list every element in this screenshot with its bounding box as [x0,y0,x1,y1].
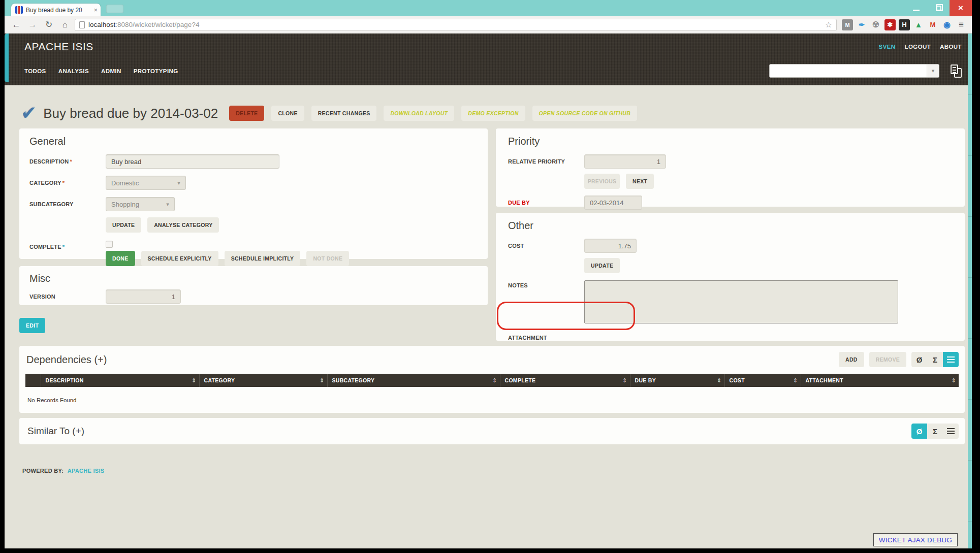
summary-view-icon[interactable]: Σ [927,424,943,439]
global-search-combo[interactable]: ▾ [769,64,939,78]
todo-check-icon: ✔ [21,104,36,122]
delete-button[interactable]: DELETE [229,106,264,121]
select-all-column[interactable] [25,374,41,387]
sort-icon: ⇕ [622,377,627,384]
column-cost[interactable]: COST⇕ [724,374,801,387]
not-done-button[interactable]: NOT DONE [306,251,349,266]
tab-close-icon[interactable]: × [93,6,98,14]
general-heading: General [29,136,478,147]
misc-panel: Misc VERSION 1 [19,266,488,305]
column-description[interactable]: DESCRIPTION⇕ [41,374,199,387]
attachment-label: ATTACHMENT [508,335,584,341]
schedule-implicitly-button[interactable]: SCHEDULE IMPLICITLY [225,251,301,266]
browser-tab[interactable]: Buy bread due by 20 × [11,4,101,16]
menu-prototyping[interactable]: PROTOTYPING [134,68,178,74]
radiation-extension-icon[interactable]: ☢ [870,19,881,30]
column-due-by[interactable]: DUE BY⇕ [630,374,724,387]
column-complete[interactable]: COMPLETE⇕ [500,374,630,387]
about-link[interactable]: ABOUT [940,44,962,50]
forward-icon[interactable]: → [26,20,39,30]
minimize-button[interactable] [905,0,927,16]
remove-button[interactable]: REMOVE [869,352,906,367]
schedule-explicitly-button[interactable]: SCHEDULE EXPLICITLY [141,251,218,266]
download-layout-button[interactable]: DOWNLOAD LAYOUT [384,106,454,121]
general-panel: General DESCRIPTION* Buy bread CATEGORY*… [19,128,488,259]
column-subcategory[interactable]: SUBCATEGORY⇕ [327,374,500,387]
window-controls: × [905,0,972,16]
aperture-extension-icon[interactable]: ◉ [941,19,953,30]
desktop-background: Buy bread due by 20 × × ← → ↻ ⌂ localhos… [0,0,980,553]
chevron-down-icon[interactable]: ▾ [927,64,939,77]
add-button[interactable]: ADD [839,352,864,367]
sort-icon: ⇕ [492,377,497,384]
cost-input[interactable]: 1.75 [584,239,637,253]
menu-admin[interactable]: ADMIN [101,68,121,74]
menu-analysis[interactable]: ANALYSIS [58,68,89,74]
favicon-icon [15,6,23,14]
user-link[interactable]: SVEN [879,44,896,50]
back-icon[interactable]: ← [10,20,23,30]
demo-exception-button[interactable]: DEMO EXCEPTION [461,106,525,121]
refresh-icon[interactable]: ↻ [42,19,55,30]
page-footer: POWERED BY: APACHE ISIS [19,468,965,474]
category-label: CATEGORY* [29,180,106,186]
sort-icon: ⇕ [192,377,197,384]
url-bar[interactable]: localhost:8080/wicket/wicket/page?4 ☆ [75,19,837,31]
copy-pages-icon[interactable] [951,64,962,78]
previous-button[interactable]: PREVIOUS [584,174,620,189]
open-source-code-button[interactable]: OPEN SOURCE CODE ON GITHUB [532,106,637,121]
m-extension-icon[interactable]: M [842,19,853,30]
hide-view-icon[interactable]: Ø [911,424,927,439]
update-cost-button[interactable]: UPDATE [584,258,620,273]
analyse-category-button[interactable]: ANALYSE CATEGORY [147,217,219,233]
list-view-icon[interactable] [943,424,959,439]
due-by-input[interactable]: 02-03-2014 [584,196,642,210]
category-select[interactable]: Domestic ▾ [106,176,186,190]
logout-link[interactable]: LOGOUT [905,44,931,50]
list-view-icon[interactable] [943,352,959,367]
close-button[interactable]: × [950,0,972,16]
navbar-accent-tab [5,34,9,82]
similar-view-switcher: Ø Σ [911,424,959,439]
app-brand: APACHE ISIS [24,41,93,53]
similar-to-heading: Similar To (+) [27,426,84,437]
edit-button[interactable]: EDIT [19,318,45,333]
hide-view-icon[interactable]: Ø [911,352,927,367]
wicket-ajax-debug-link[interactable]: WICKET AJAX DEBUG [873,533,958,546]
browser-menu-icon[interactable]: ≡ [956,19,967,30]
main-menu: TODOS ANALYSIS ADMIN PROTOTYPING [24,68,178,74]
scrollbar-strip[interactable] [968,34,972,548]
search-input[interactable] [770,64,927,77]
summary-view-icon[interactable]: Σ [927,352,943,367]
powered-by-text: POWERED BY: [22,468,64,474]
clone-button[interactable]: CLONE [271,106,304,121]
description-input[interactable]: Buy bread [106,154,279,169]
sort-icon: ⇕ [793,377,798,384]
home-icon[interactable]: ⌂ [58,20,72,30]
apache-isis-link[interactable]: APACHE ISIS [68,468,105,474]
close-icon: × [958,3,963,13]
dependencies-table: DESCRIPTION⇕ CATEGORY⇕ SUBCATEGORY⇕ COMP… [25,374,959,387]
feather-extension-icon[interactable]: ✒ [856,19,867,30]
column-attachment[interactable]: ATTACHMENT⇕ [801,374,959,387]
restore-button[interactable] [927,0,950,16]
bookmark-star-icon[interactable]: ☆ [825,20,832,29]
recent-changes-button[interactable]: RECENT CHANGES [311,106,377,121]
empty-table-message: No Records Found [25,387,959,403]
done-button[interactable]: DONE [106,251,135,266]
next-button[interactable]: NEXT [626,174,654,189]
hootsuite-extension-icon[interactable]: H [899,19,910,30]
version-input[interactable]: 1 [106,289,181,304]
menu-todos[interactable]: TODOS [24,68,46,74]
tab-title: Buy bread due by 20 [26,7,90,14]
page-icon [79,21,85,28]
google-drive-extension-icon[interactable]: ▲ [913,19,924,30]
new-tab-button[interactable] [106,5,123,13]
column-category[interactable]: CATEGORY⇕ [199,374,327,387]
lastpass-extension-icon[interactable]: ✱ [884,19,896,30]
update-category-button[interactable]: UPDATE [106,217,141,233]
gmail-extension-icon[interactable]: M [927,19,938,30]
complete-checkbox[interactable] [106,241,113,248]
subcategory-select[interactable]: Shopping ▾ [106,197,175,211]
relative-priority-input[interactable]: 1 [584,154,666,169]
